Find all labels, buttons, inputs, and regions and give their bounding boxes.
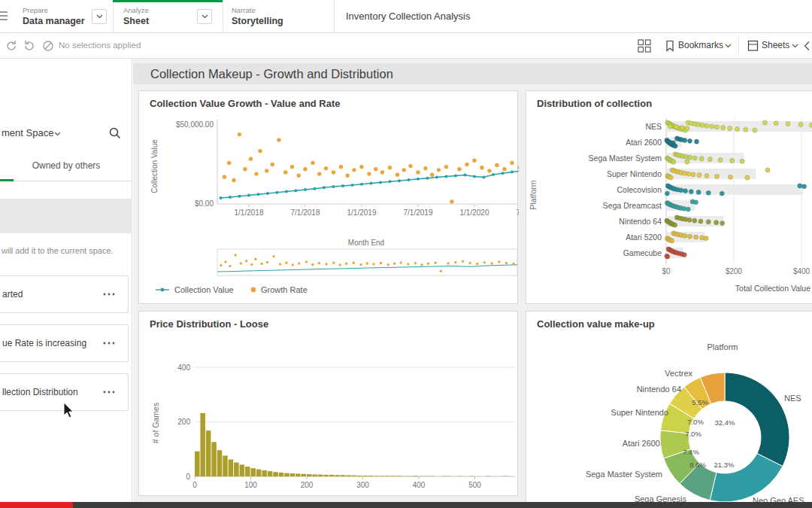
more-menu-icon[interactable] bbox=[102, 292, 116, 297]
toolbar-divider bbox=[738, 37, 739, 55]
svg-text:$50,000.00: $50,000.00 bbox=[176, 120, 214, 129]
chevron-down-icon[interactable] bbox=[792, 44, 798, 48]
app-navigation-grid-icon[interactable] bbox=[638, 39, 651, 53]
clear-selections-icon[interactable] bbox=[42, 40, 54, 52]
svg-text:Sega Master System: Sega Master System bbox=[589, 154, 662, 163]
chart-title: Collection Value Growth - Value and Rate bbox=[150, 98, 341, 109]
analyze-label: Analyze bbox=[123, 6, 149, 14]
distribution-strip-chart[interactable]: $0$200$400NESAtari 2600Sega Master Syste… bbox=[526, 91, 812, 305]
svg-text:NES: NES bbox=[784, 394, 801, 403]
chart-title: Distribution of collection bbox=[537, 98, 652, 109]
tab-owned-by-others[interactable]: Owned by others bbox=[0, 160, 132, 171]
search-icon[interactable] bbox=[108, 126, 122, 140]
panel-distribution-of-collection[interactable]: Distribution of collection $0$200$400NES… bbox=[526, 90, 812, 304]
svg-text:200: 200 bbox=[301, 481, 314, 489]
panel-price-distribution[interactable]: Price Distribution - Loose 0200400010020… bbox=[138, 311, 518, 496]
analyze-dropdown-chevron[interactable] bbox=[197, 9, 212, 24]
svg-text:# of Games: # of Games bbox=[151, 403, 160, 443]
app-window: Prepare Data manager Analyze Sheet Narra… bbox=[0, 0, 812, 508]
svg-text:Sega Master System: Sega Master System bbox=[586, 470, 662, 479]
prepare-value: Data manager bbox=[23, 16, 85, 26]
svg-text:1/1/2019: 1/1/2019 bbox=[347, 208, 377, 217]
video-progress-bar[interactable] bbox=[0, 502, 812, 508]
chevron-down-icon[interactable] bbox=[725, 44, 732, 48]
chart-title: Collection value make-up bbox=[537, 318, 655, 330]
svg-text:Atari 5200: Atari 5200 bbox=[626, 233, 662, 242]
sheet-list-item[interactable]: llection Distribution bbox=[0, 373, 129, 411]
narrate-label: Narrate bbox=[232, 6, 283, 14]
svg-text:8.6%: 8.6% bbox=[689, 461, 706, 469]
bookmarks-button[interactable]: Bookmarks bbox=[678, 33, 723, 58]
svg-text:Nintendo 64: Nintendo 64 bbox=[619, 217, 662, 226]
sheets-icon bbox=[747, 40, 759, 52]
svg-text:Gamecube: Gamecube bbox=[623, 248, 662, 257]
svg-text:7/1/2020: 7/1/2020 bbox=[517, 208, 519, 217]
panel-collection-value-makeup[interactable]: Collection value make-up PlatformVectrex… bbox=[526, 311, 812, 503]
makeup-donut-chart[interactable]: PlatformVectrexNintendo 64Super Nintendo… bbox=[526, 312, 812, 503]
chevron-down-icon[interactable] bbox=[54, 132, 61, 136]
svg-text:500: 500 bbox=[468, 481, 481, 489]
svg-text:$0.00: $0.00 bbox=[195, 199, 214, 208]
panel-collection-value-growth[interactable]: Collection Value Growth - Value and Rate… bbox=[138, 90, 518, 304]
sidebar-selected-item[interactable] bbox=[0, 199, 132, 233]
svg-text:7.0%: 7.0% bbox=[685, 430, 701, 438]
svg-text:0: 0 bbox=[192, 481, 197, 489]
svg-text:5.5%: 5.5% bbox=[692, 398, 708, 406]
svg-text:Atari 2600: Atari 2600 bbox=[623, 439, 660, 448]
app-title[interactable]: Inventory Collection Analysis bbox=[346, 0, 470, 33]
svg-text:Total Collection Value: Total Collection Value bbox=[735, 284, 810, 293]
analyze-value: Sheet bbox=[123, 16, 149, 26]
svg-text:1/1/2020: 1/1/2020 bbox=[460, 208, 489, 217]
growth-scatter-chart[interactable]: $0.00$50,000.001/1/20187/1/20181/1/20197… bbox=[139, 91, 519, 305]
active-tab-indicator bbox=[113, 0, 223, 2]
selections-toolbar: No selections applied Bookmarks Sheets bbox=[0, 33, 812, 59]
nav-analyze[interactable]: Analyze Sheet bbox=[123, 6, 149, 26]
svg-text:$0: $0 bbox=[662, 267, 671, 275]
hub-sidebar: ment Space Owned by others will add it t… bbox=[0, 59, 132, 503]
svg-text:0: 0 bbox=[186, 473, 190, 481]
svg-text:200: 200 bbox=[177, 418, 190, 426]
sheets-button[interactable]: Sheets bbox=[762, 33, 789, 58]
svg-text:7/1/2019: 7/1/2019 bbox=[404, 208, 433, 217]
svg-text:Vectrex: Vectrex bbox=[665, 369, 692, 378]
sheet-list-item[interactable]: arted bbox=[0, 275, 129, 313]
selection-step-forward-icon[interactable] bbox=[23, 39, 36, 53]
tab-divider bbox=[0, 181, 132, 181]
svg-text:Growth Rate: Growth Rate bbox=[261, 285, 308, 294]
svg-text:Collection Value: Collection Value bbox=[150, 139, 159, 193]
space-selector[interactable]: ment Space bbox=[2, 127, 53, 138]
sidebar-hint-text: will add it to the current space. bbox=[2, 246, 114, 255]
sheet-list-item[interactable]: ue Rate is increasing bbox=[0, 324, 129, 362]
no-selections-text: No selections applied bbox=[59, 33, 141, 58]
svg-text:7.4%: 7.4% bbox=[683, 448, 699, 456]
svg-text:Collection Value: Collection Value bbox=[174, 285, 234, 294]
svg-text:100: 100 bbox=[244, 481, 257, 489]
nav-prepare[interactable]: Prepare Data manager bbox=[23, 6, 85, 26]
svg-text:32.4%: 32.4% bbox=[715, 418, 735, 427]
svg-text:Super Nintendo: Super Nintendo bbox=[607, 169, 662, 178]
selection-step-back-icon[interactable] bbox=[5, 39, 18, 53]
chevron-down-icon bbox=[96, 14, 103, 19]
nav-divider bbox=[334, 0, 335, 33]
svg-text:21.3%: 21.3% bbox=[714, 461, 735, 469]
svg-text:Month End: Month End bbox=[348, 239, 384, 247]
nav-narrate[interactable]: Narrate Storytelling bbox=[232, 6, 283, 26]
price-histogram-chart[interactable]: 02004000100200300400500# of Games bbox=[139, 312, 519, 497]
svg-text:300: 300 bbox=[356, 481, 369, 489]
menu-icon[interactable] bbox=[0, 11, 8, 23]
tab-active-underline bbox=[0, 179, 14, 181]
svg-text:7/1/2018: 7/1/2018 bbox=[291, 208, 320, 217]
nav-divider bbox=[223, 0, 223, 33]
prepare-dropdown-chevron[interactable] bbox=[92, 9, 107, 24]
svg-text:NES: NES bbox=[645, 122, 662, 131]
collapse-panel-chevron-icon[interactable] bbox=[803, 41, 810, 51]
svg-text:Colecovision: Colecovision bbox=[617, 185, 662, 194]
svg-text:Platform: Platform bbox=[529, 180, 538, 209]
more-menu-icon[interactable] bbox=[102, 341, 116, 345]
more-menu-icon[interactable] bbox=[102, 390, 116, 394]
svg-text:$200: $200 bbox=[726, 267, 743, 275]
prepare-label: Prepare bbox=[23, 6, 85, 14]
svg-text:400: 400 bbox=[413, 481, 426, 489]
svg-text:$400: $400 bbox=[793, 267, 810, 275]
chevron-down-icon bbox=[201, 14, 208, 19]
